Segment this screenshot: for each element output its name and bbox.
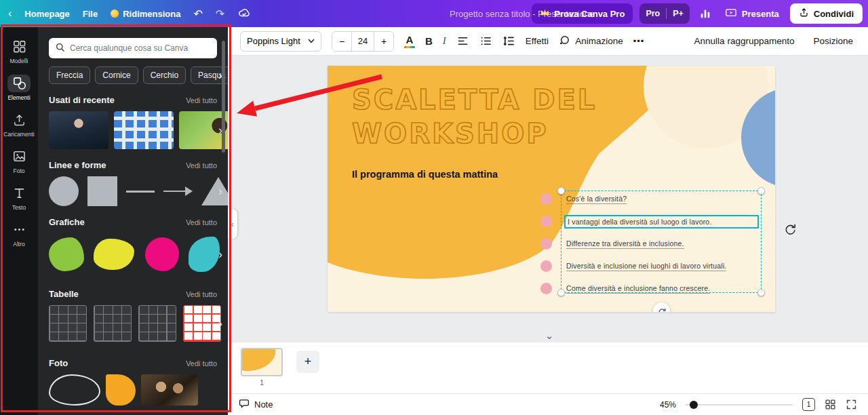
search-input[interactable]	[70, 43, 211, 53]
undo-icon[interactable]: ↶	[193, 7, 202, 20]
selected-text-box[interactable]: I vantaggi della diversità sul luogo di …	[564, 215, 759, 229]
invite-member-badge[interactable]: P+	[667, 3, 690, 24]
panel-collapse-tab[interactable]: ‹	[228, 209, 237, 239]
see-all-photos[interactable]: Vedi tutto	[186, 359, 217, 368]
selection-handle-top-left[interactable]	[557, 187, 565, 195]
sidebar-item-foto[interactable]: Foto	[0, 142, 38, 179]
add-page-button[interactable]: +	[296, 351, 319, 373]
agenda-text[interactable]: Diversità e inclusione nei luoghi di lav…	[566, 262, 726, 271]
pro-badges[interactable]: Pro P+	[639, 3, 689, 24]
slide-subtitle[interactable]: Il programma di questa mattina	[352, 169, 498, 180]
page-thumbnail[interactable]	[241, 348, 283, 376]
graphic-pink-blob[interactable]	[145, 237, 179, 271]
bullet-dot[interactable]	[540, 216, 552, 227]
homepage-link[interactable]: Homepage	[24, 9, 69, 19]
slide[interactable]: SCALETTA DEL WORKSHOP Il programma di qu…	[328, 66, 775, 312]
canvas-area[interactable]: SCALETTA DEL WORKSHOP Il programma di qu…	[228, 56, 868, 342]
insights-chart-icon[interactable]	[696, 5, 714, 22]
fullscreen-icon[interactable]	[846, 399, 857, 410]
agenda-item[interactable]: Diversità e inclusione nei luoghi di lav…	[540, 255, 759, 277]
see-all-tables[interactable]: Vedi tutto	[186, 290, 217, 298]
position-button[interactable]: Posizione	[813, 36, 853, 46]
agenda-text[interactable]: Cos'è la diversità?	[566, 195, 627, 204]
font-size-value[interactable]: 24	[351, 32, 374, 51]
agenda-text[interactable]: Come diversità e inclusione fanno cresce…	[566, 284, 710, 294]
agenda-item[interactable]: Cos'è la diversità?	[540, 188, 759, 210]
chip-cornice[interactable]: Cornice	[95, 66, 138, 84]
panel-scrollbar[interactable]	[222, 41, 225, 153]
collapse-toolbar-chevron-icon[interactable]: ⌄	[541, 330, 557, 342]
shape-circle[interactable]	[49, 176, 79, 206]
graphic-green-blob[interactable]	[49, 237, 84, 271]
present-button[interactable]: Presenta	[721, 7, 783, 20]
redo-icon[interactable]: ↷	[216, 7, 224, 20]
table-template-1[interactable]	[49, 305, 87, 342]
list-button[interactable]	[479, 35, 492, 47]
share-button[interactable]: Condividi	[790, 3, 863, 24]
table-template-3[interactable]	[138, 305, 176, 342]
shape-arrow[interactable]	[163, 186, 193, 196]
tables-chevron-right-icon[interactable]: ›	[218, 317, 222, 330]
bullet-dot[interactable]	[540, 238, 552, 250]
text-align-button[interactable]	[456, 35, 469, 47]
agenda-text[interactable]: Differenze tra diversità e inclusione.	[566, 239, 684, 249]
see-all-recent[interactable]: Vedi tutto	[186, 96, 217, 104]
document-title[interactable]: Progetto senza titolo - Presentazione	[450, 9, 594, 19]
sidebar-item-modelli[interactable]: Modelli	[0, 33, 38, 69]
spacing-button[interactable]	[502, 35, 515, 47]
effects-button[interactable]: Effetti	[526, 36, 549, 46]
zoom-slider-knob[interactable]	[690, 401, 698, 409]
chip-cerchio[interactable]: Cerchio	[143, 66, 186, 84]
regenerate-icon[interactable]	[781, 220, 799, 237]
section-title: Linee e forme	[49, 160, 106, 170]
italic-button[interactable]: I	[443, 35, 446, 47]
animate-button[interactable]: Animazione	[559, 35, 623, 48]
shape-triangle[interactable]	[201, 177, 228, 205]
ungroup-button[interactable]: Annulla raggruppamento	[694, 36, 795, 46]
bold-button[interactable]: B	[425, 35, 433, 47]
see-all-lines[interactable]: Vedi tutto	[186, 161, 217, 170]
graphic-teal-blob[interactable]	[189, 237, 220, 272]
recent-thumb-keyboard[interactable]	[114, 111, 174, 149]
text-color-button[interactable]: A	[404, 35, 415, 48]
selection-handle-top-right[interactable]	[757, 187, 765, 195]
graphics-chevron-right-icon[interactable]: ›	[218, 248, 222, 260]
font-family-select[interactable]: Poppins Light	[240, 31, 321, 52]
bullet-dot[interactable]	[540, 260, 552, 272]
recent-thumb-businessman[interactable]	[49, 111, 108, 149]
photo-item-3[interactable]	[141, 374, 198, 406]
more-options-button[interactable]: •••	[633, 36, 645, 46]
sidebar-item-elementi[interactable]: Elementi	[0, 69, 38, 106]
table-template-red[interactable]	[183, 305, 221, 342]
photo-item-2[interactable]	[106, 374, 136, 406]
agenda-item[interactable]: Differenze tra diversità e inclusione.	[540, 233, 759, 255]
shape-square[interactable]	[87, 176, 117, 206]
shape-line[interactable]	[126, 191, 155, 193]
slide-title[interactable]: SCALETTA DEL WORKSHOP	[352, 83, 597, 151]
agenda-item[interactable]: Come diversità e inclusione fanno cresce…	[540, 277, 759, 300]
chip-freccia[interactable]: Freccia	[49, 66, 90, 84]
shapes-chevron-right-icon[interactable]: ›	[218, 185, 222, 197]
agenda-item-selected[interactable]: I vantaggi della diversità sul luogo di …	[540, 210, 759, 233]
pro-badge[interactable]: Pro	[639, 3, 666, 24]
bullet-dot[interactable]	[540, 193, 552, 205]
back-chevron-icon[interactable]: ‹	[8, 7, 12, 20]
pages-count-button[interactable]: 1	[802, 398, 815, 411]
resize-menu[interactable]: Ridimensiona	[111, 9, 180, 19]
file-menu[interactable]: File	[83, 9, 98, 19]
sidebar-item-caricamenti[interactable]: Caricamenti	[0, 106, 38, 142]
see-all-graphics[interactable]: Vedi tutto	[186, 218, 217, 226]
selection-handle-bottom-left[interactable]	[557, 289, 565, 296]
graphic-yellow-blob[interactable]	[94, 239, 134, 270]
photo-item-1[interactable]	[49, 374, 100, 406]
grid-view-icon[interactable]	[825, 399, 836, 410]
font-size-decrease-button[interactable]: −	[332, 32, 351, 51]
sidebar-item-altro[interactable]: Altro	[0, 216, 38, 252]
font-size-increase-button[interactable]: +	[374, 32, 393, 51]
bullet-dot[interactable]	[540, 283, 552, 294]
notes-button[interactable]: Note	[239, 398, 273, 411]
zoom-slider[interactable]	[686, 404, 793, 406]
selection-handle-bottom-right[interactable]	[757, 289, 765, 296]
sidebar-item-testo[interactable]: Testo	[0, 179, 38, 216]
table-template-2[interactable]	[94, 305, 132, 342]
